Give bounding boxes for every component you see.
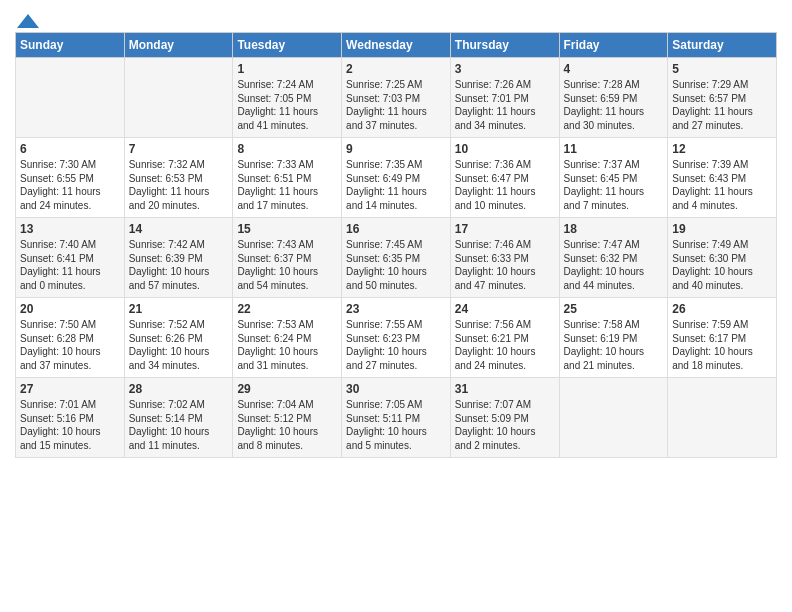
day-info: Sunrise: 7:42 AM Sunset: 6:39 PM Dayligh… <box>129 238 229 292</box>
day-info: Sunrise: 7:40 AM Sunset: 6:41 PM Dayligh… <box>20 238 120 292</box>
day-info: Sunrise: 7:28 AM Sunset: 6:59 PM Dayligh… <box>564 78 664 132</box>
day-number: 1 <box>237 62 337 76</box>
calendar-cell: 13Sunrise: 7:40 AM Sunset: 6:41 PM Dayli… <box>16 218 125 298</box>
calendar-week-1: 1Sunrise: 7:24 AM Sunset: 7:05 PM Daylig… <box>16 58 777 138</box>
day-number: 25 <box>564 302 664 316</box>
day-number: 7 <box>129 142 229 156</box>
calendar-table: SundayMondayTuesdayWednesdayThursdayFrid… <box>15 32 777 458</box>
calendar-cell: 5Sunrise: 7:29 AM Sunset: 6:57 PM Daylig… <box>668 58 777 138</box>
day-number: 11 <box>564 142 664 156</box>
day-number: 24 <box>455 302 555 316</box>
calendar-cell: 18Sunrise: 7:47 AM Sunset: 6:32 PM Dayli… <box>559 218 668 298</box>
day-number: 3 <box>455 62 555 76</box>
day-number: 8 <box>237 142 337 156</box>
calendar-cell: 26Sunrise: 7:59 AM Sunset: 6:17 PM Dayli… <box>668 298 777 378</box>
day-number: 19 <box>672 222 772 236</box>
day-number: 29 <box>237 382 337 396</box>
calendar-cell: 21Sunrise: 7:52 AM Sunset: 6:26 PM Dayli… <box>124 298 233 378</box>
calendar-cell <box>124 58 233 138</box>
day-number: 13 <box>20 222 120 236</box>
calendar-cell: 23Sunrise: 7:55 AM Sunset: 6:23 PM Dayli… <box>342 298 451 378</box>
day-info: Sunrise: 7:33 AM Sunset: 6:51 PM Dayligh… <box>237 158 337 212</box>
day-info: Sunrise: 7:39 AM Sunset: 6:43 PM Dayligh… <box>672 158 772 212</box>
day-info: Sunrise: 7:46 AM Sunset: 6:33 PM Dayligh… <box>455 238 555 292</box>
day-info: Sunrise: 7:59 AM Sunset: 6:17 PM Dayligh… <box>672 318 772 372</box>
day-info: Sunrise: 7:25 AM Sunset: 7:03 PM Dayligh… <box>346 78 446 132</box>
day-info: Sunrise: 7:02 AM Sunset: 5:14 PM Dayligh… <box>129 398 229 452</box>
calendar-week-2: 6Sunrise: 7:30 AM Sunset: 6:55 PM Daylig… <box>16 138 777 218</box>
calendar-cell: 4Sunrise: 7:28 AM Sunset: 6:59 PM Daylig… <box>559 58 668 138</box>
calendar-cell: 15Sunrise: 7:43 AM Sunset: 6:37 PM Dayli… <box>233 218 342 298</box>
calendar-cell: 2Sunrise: 7:25 AM Sunset: 7:03 PM Daylig… <box>342 58 451 138</box>
calendar-week-3: 13Sunrise: 7:40 AM Sunset: 6:41 PM Dayli… <box>16 218 777 298</box>
calendar-cell: 19Sunrise: 7:49 AM Sunset: 6:30 PM Dayli… <box>668 218 777 298</box>
calendar-cell <box>16 58 125 138</box>
day-info: Sunrise: 7:32 AM Sunset: 6:53 PM Dayligh… <box>129 158 229 212</box>
weekday-header-tuesday: Tuesday <box>233 33 342 58</box>
weekday-header-friday: Friday <box>559 33 668 58</box>
calendar-cell: 17Sunrise: 7:46 AM Sunset: 6:33 PM Dayli… <box>450 218 559 298</box>
day-info: Sunrise: 7:50 AM Sunset: 6:28 PM Dayligh… <box>20 318 120 372</box>
day-info: Sunrise: 7:07 AM Sunset: 5:09 PM Dayligh… <box>455 398 555 452</box>
weekday-header-wednesday: Wednesday <box>342 33 451 58</box>
weekday-header-row: SundayMondayTuesdayWednesdayThursdayFrid… <box>16 33 777 58</box>
calendar-cell: 14Sunrise: 7:42 AM Sunset: 6:39 PM Dayli… <box>124 218 233 298</box>
day-number: 10 <box>455 142 555 156</box>
calendar-cell: 22Sunrise: 7:53 AM Sunset: 6:24 PM Dayli… <box>233 298 342 378</box>
calendar-cell <box>668 378 777 458</box>
day-number: 23 <box>346 302 446 316</box>
calendar-cell: 27Sunrise: 7:01 AM Sunset: 5:16 PM Dayli… <box>16 378 125 458</box>
day-number: 26 <box>672 302 772 316</box>
day-number: 12 <box>672 142 772 156</box>
day-number: 21 <box>129 302 229 316</box>
day-info: Sunrise: 7:36 AM Sunset: 6:47 PM Dayligh… <box>455 158 555 212</box>
day-info: Sunrise: 7:55 AM Sunset: 6:23 PM Dayligh… <box>346 318 446 372</box>
weekday-header-monday: Monday <box>124 33 233 58</box>
day-info: Sunrise: 7:29 AM Sunset: 6:57 PM Dayligh… <box>672 78 772 132</box>
calendar-cell: 10Sunrise: 7:36 AM Sunset: 6:47 PM Dayli… <box>450 138 559 218</box>
calendar-cell: 8Sunrise: 7:33 AM Sunset: 6:51 PM Daylig… <box>233 138 342 218</box>
day-number: 18 <box>564 222 664 236</box>
calendar-cell: 28Sunrise: 7:02 AM Sunset: 5:14 PM Dayli… <box>124 378 233 458</box>
logo-flag-icon <box>17 14 39 28</box>
calendar-cell: 30Sunrise: 7:05 AM Sunset: 5:11 PM Dayli… <box>342 378 451 458</box>
calendar-cell: 16Sunrise: 7:45 AM Sunset: 6:35 PM Dayli… <box>342 218 451 298</box>
day-number: 16 <box>346 222 446 236</box>
calendar-cell: 29Sunrise: 7:04 AM Sunset: 5:12 PM Dayli… <box>233 378 342 458</box>
svg-marker-0 <box>17 14 39 28</box>
page-header <box>15 10 777 28</box>
calendar-week-4: 20Sunrise: 7:50 AM Sunset: 6:28 PM Dayli… <box>16 298 777 378</box>
calendar-cell: 3Sunrise: 7:26 AM Sunset: 7:01 PM Daylig… <box>450 58 559 138</box>
day-number: 20 <box>20 302 120 316</box>
day-number: 6 <box>20 142 120 156</box>
day-info: Sunrise: 7:30 AM Sunset: 6:55 PM Dayligh… <box>20 158 120 212</box>
day-info: Sunrise: 7:53 AM Sunset: 6:24 PM Dayligh… <box>237 318 337 372</box>
day-info: Sunrise: 7:47 AM Sunset: 6:32 PM Dayligh… <box>564 238 664 292</box>
calendar-cell: 11Sunrise: 7:37 AM Sunset: 6:45 PM Dayli… <box>559 138 668 218</box>
calendar-cell: 31Sunrise: 7:07 AM Sunset: 5:09 PM Dayli… <box>450 378 559 458</box>
day-number: 14 <box>129 222 229 236</box>
day-info: Sunrise: 7:58 AM Sunset: 6:19 PM Dayligh… <box>564 318 664 372</box>
calendar-header: SundayMondayTuesdayWednesdayThursdayFrid… <box>16 33 777 58</box>
calendar-cell: 9Sunrise: 7:35 AM Sunset: 6:49 PM Daylig… <box>342 138 451 218</box>
day-info: Sunrise: 7:37 AM Sunset: 6:45 PM Dayligh… <box>564 158 664 212</box>
day-info: Sunrise: 7:24 AM Sunset: 7:05 PM Dayligh… <box>237 78 337 132</box>
calendar-cell <box>559 378 668 458</box>
day-info: Sunrise: 7:45 AM Sunset: 6:35 PM Dayligh… <box>346 238 446 292</box>
calendar-cell: 7Sunrise: 7:32 AM Sunset: 6:53 PM Daylig… <box>124 138 233 218</box>
calendar-cell: 25Sunrise: 7:58 AM Sunset: 6:19 PM Dayli… <box>559 298 668 378</box>
day-number: 17 <box>455 222 555 236</box>
day-number: 28 <box>129 382 229 396</box>
logo <box>15 14 39 28</box>
day-number: 31 <box>455 382 555 396</box>
weekday-header-saturday: Saturday <box>668 33 777 58</box>
day-number: 2 <box>346 62 446 76</box>
day-info: Sunrise: 7:43 AM Sunset: 6:37 PM Dayligh… <box>237 238 337 292</box>
day-info: Sunrise: 7:56 AM Sunset: 6:21 PM Dayligh… <box>455 318 555 372</box>
calendar-cell: 6Sunrise: 7:30 AM Sunset: 6:55 PM Daylig… <box>16 138 125 218</box>
day-info: Sunrise: 7:52 AM Sunset: 6:26 PM Dayligh… <box>129 318 229 372</box>
day-info: Sunrise: 7:49 AM Sunset: 6:30 PM Dayligh… <box>672 238 772 292</box>
day-info: Sunrise: 7:26 AM Sunset: 7:01 PM Dayligh… <box>455 78 555 132</box>
calendar-cell: 20Sunrise: 7:50 AM Sunset: 6:28 PM Dayli… <box>16 298 125 378</box>
day-number: 27 <box>20 382 120 396</box>
